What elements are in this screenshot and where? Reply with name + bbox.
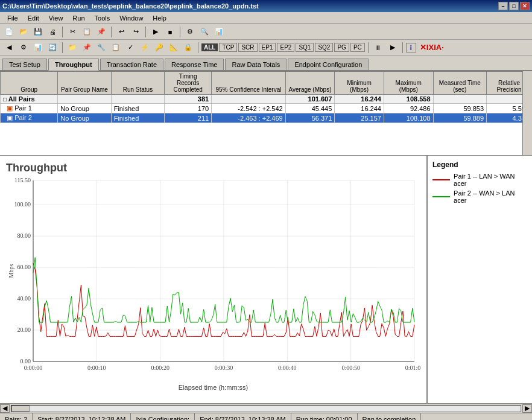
scroll-right-button[interactable]: ▶	[522, 404, 532, 413]
menu-file[interactable]: File	[2, 13, 23, 23]
redo-button[interactable]: ↪	[129, 25, 142, 39]
cell-average: 56.371	[285, 113, 335, 123]
tb2-btn10[interactable]: ⚡	[138, 41, 151, 54]
tb2-btn1[interactable]: ◀	[2, 41, 16, 54]
cell-pair-group-name: No Group	[58, 113, 111, 123]
title-bar: C:\Users\Tim\Desktop\wlan_tests\peplink_…	[0, 0, 532, 12]
cut-button[interactable]: ✂	[66, 25, 79, 39]
undo-button[interactable]: ↩	[115, 25, 128, 39]
save-button[interactable]: 💾	[31, 25, 45, 39]
tb2-btn4[interactable]: 🔄	[46, 41, 59, 54]
maximize-button[interactable]: □	[509, 2, 519, 10]
run-button[interactable]: ▶	[149, 25, 162, 39]
tb2-btn9[interactable]: ✓	[124, 41, 137, 54]
open-button[interactable]: 📂	[17, 25, 30, 39]
menu-run[interactable]: Run	[68, 13, 89, 23]
minimize-button[interactable]: –	[498, 2, 508, 10]
x-axis-label: Elapsed time (h:mm:ss)	[6, 384, 420, 391]
tb2-btn11[interactable]: 🔑	[153, 41, 166, 54]
all-badge[interactable]: ALL	[201, 43, 218, 51]
close-button[interactable]: ✕	[520, 2, 530, 10]
new-button[interactable]: 📄	[2, 25, 16, 39]
scroll-left-button[interactable]: ◀	[0, 404, 10, 413]
tb2-btn7[interactable]: 🔧	[95, 41, 108, 54]
toolbar2: ◀ ⚙ 📊 🔄 📁 📌 🔧 📋 ✓ ⚡ 🔑 📐 🔒 ALL TCP SCR EP…	[0, 40, 532, 56]
cell-group: ▣ Pair 2	[1, 113, 58, 123]
cell-minimum: 16.244	[335, 95, 384, 104]
tb2-btn2[interactable]: ⚙	[17, 41, 30, 54]
tab-raw-data-totals[interactable]: Raw Data Totals	[225, 59, 287, 70]
status-run-time: Run time: 00:01:00	[291, 413, 358, 420]
cell-group: ▣ Pair 1	[1, 104, 58, 113]
tb2-btn5[interactable]: 📁	[66, 41, 79, 54]
cell-confidence	[212, 95, 285, 104]
legend-label-pair1: Pair 1 -- LAN > WAN acer	[454, 173, 527, 187]
proto-ep2[interactable]: EP2	[277, 43, 294, 52]
proto-pc[interactable]: PC	[350, 43, 365, 52]
menu-help[interactable]: Help	[148, 13, 171, 23]
table-row[interactable]: □ All Pairs 381 101.607 16.244 108.558	[1, 95, 532, 104]
menu-tools[interactable]: Tools	[90, 13, 115, 23]
proto-scr[interactable]: SCR	[238, 43, 257, 52]
tab-transaction-rate[interactable]: Transaction Rate	[100, 59, 163, 70]
separator1	[62, 27, 63, 37]
tb2-btn12[interactable]: 📐	[167, 41, 180, 54]
cell-records: 170	[165, 104, 212, 113]
stop-button[interactable]: ■	[163, 25, 177, 39]
legend-label-pair2: Pair 2 -- WAN > LAN acer	[454, 189, 527, 204]
separator4	[180, 27, 180, 37]
tb2-btn6[interactable]: 📌	[80, 41, 93, 54]
proto-ep1[interactable]: EP1	[259, 43, 276, 52]
cell-average: 101.607	[285, 95, 335, 104]
proto-sq1[interactable]: SQ1	[296, 43, 314, 52]
status-end: End: 8/27/2013, 10:13:38 AM	[195, 413, 291, 420]
proto-sq2[interactable]: SQ2	[315, 43, 333, 52]
status-completion: Ran to completion	[358, 413, 422, 420]
tb2-btn8[interactable]: 📋	[109, 41, 122, 54]
sep7	[368, 42, 369, 53]
play-button[interactable]: ▶	[386, 41, 399, 54]
menu-edit[interactable]: Edit	[23, 13, 44, 23]
menu-view[interactable]: View	[44, 13, 68, 23]
cell-maximum: 92.486	[384, 104, 433, 113]
tb2-btn3[interactable]: 📊	[31, 41, 45, 54]
zoom-button[interactable]: 🔍	[198, 25, 211, 39]
copy-button[interactable]: 📋	[80, 25, 93, 39]
menu-window[interactable]: Window	[115, 13, 148, 23]
pause-button[interactable]: ⏸	[372, 41, 385, 54]
cell-confidence: -2.463 : +2.469	[212, 113, 285, 123]
table-scrollbar[interactable]	[522, 71, 532, 155]
print-button[interactable]: 🖨	[46, 25, 59, 39]
proto-tcp[interactable]: TCP	[219, 43, 237, 52]
legend-panel: Legend Pair 1 -- LAN > WAN acer Pair 2 -…	[426, 156, 532, 403]
cell-measured	[433, 95, 486, 104]
cell-maximum: 108.108	[384, 113, 433, 123]
menu-bar: File Edit View Run Tools Window Help	[0, 12, 532, 24]
legend-title: Legend	[432, 161, 527, 169]
tab-endpoint-config[interactable]: Endpoint Configuration	[288, 59, 369, 70]
legend-color-pair2	[432, 196, 450, 197]
paste-button[interactable]: 📌	[95, 25, 108, 39]
cell-measured: 59.889	[433, 113, 486, 123]
settings-button[interactable]: ⚙	[183, 25, 197, 39]
col-pair-group-name: Pair Group Name	[58, 72, 111, 95]
tab-throughput[interactable]: Throughput	[48, 59, 99, 71]
horizontal-scrollbar[interactable]: ◀ ▶	[0, 403, 532, 413]
toolbar1: 📄 📂 💾 🖨 ✂ 📋 📌 ↩ ↪ ▶ ■ ⚙ 🔍 📊	[0, 24, 532, 40]
table-row[interactable]: ▣ Pair 2 No Group Finished 211 -2.463 : …	[1, 113, 532, 123]
cell-minimum: 25.157	[335, 113, 384, 123]
tab-response-time[interactable]: Response Time	[165, 59, 224, 70]
proto-pg[interactable]: PG	[334, 43, 349, 52]
scroll-track[interactable]	[11, 405, 521, 412]
cell-group: □ All Pairs	[1, 95, 58, 104]
table-row[interactable]: ▣ Pair 1 No Group Finished 170 -2.542 : …	[1, 104, 532, 113]
info-button[interactable]: i	[406, 43, 416, 52]
tab-test-setup[interactable]: Test Setup	[2, 59, 47, 70]
separator3	[145, 27, 146, 37]
legend-color-pair1	[432, 179, 450, 180]
table-area: Group Pair Group Name Run Status Timing …	[0, 71, 532, 156]
tb2-btn13[interactable]: 🔒	[182, 41, 195, 54]
scroll-thumb[interactable]	[11, 406, 30, 412]
sep5	[62, 42, 63, 53]
chart-button[interactable]: 📊	[212, 25, 226, 39]
